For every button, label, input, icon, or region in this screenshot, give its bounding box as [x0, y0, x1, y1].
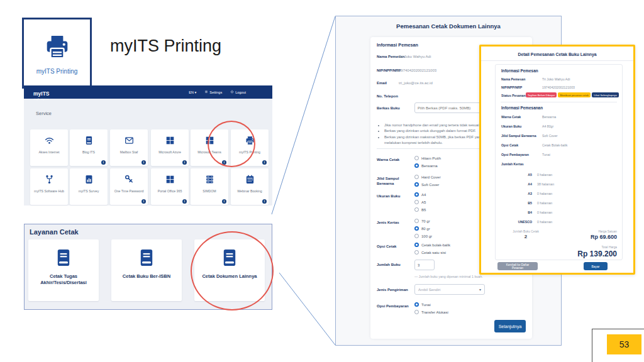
field-label: Jilid Sampul Berwarna: [501, 134, 536, 138]
card-cetak-tugas-akhir[interactable]: Cetak Tugas Akhir/Tesis/Disertasi: [28, 239, 99, 301]
form-title: Pemesanan Cetak Dokumen Lainnya: [336, 23, 561, 30]
paper-count: 0 halaman: [537, 201, 552, 205]
service-tile-myits-survey[interactable]: myITS Survey: [70, 168, 108, 205]
chevron-down-icon: ▾: [479, 287, 481, 292]
radio-berwarna[interactable]: Berwarna: [414, 163, 438, 168]
radio-icon[interactable]: [414, 207, 419, 212]
radio-transfer-alokasi[interactable]: Transfer Alokasi: [414, 310, 448, 314]
radio-bolak-balik[interactable]: Cetak bolak-balik: [414, 243, 450, 247]
berkas-buku-input[interactable]: [414, 102, 485, 113]
dashboard-header: myITS single sign-on EN ▾ Settings: [24, 85, 272, 99]
radio-70gr[interactable]: 70 gr: [414, 219, 430, 223]
field-value: Berwarna: [542, 115, 556, 119]
service-tile-microsoft-azure[interactable]: Microsoft Azure i: [151, 129, 189, 166]
field-label: Opsi Pembayaran: [501, 153, 529, 156]
status-badge: Membuat pesanan cetak: [558, 92, 591, 97]
radio-a4[interactable]: A4: [414, 192, 426, 197]
harga-satuan: Harga Satuan Rp 69.600: [554, 230, 617, 240]
bayar-button[interactable]: Bayar: [584, 262, 608, 270]
field-label: Ukuran Buku: [377, 194, 411, 199]
wifi-icon: [30, 135, 68, 146]
service-tile-one-time-password[interactable]: One Time Password i: [110, 168, 148, 205]
radio-icon[interactable]: [414, 156, 419, 160]
service-section-label: Service: [36, 111, 52, 116]
radio-icon[interactable]: [414, 219, 419, 223]
radio-b5[interactable]: B5: [414, 207, 426, 212]
service-tile-simdom[interactable]: SIMDOM i: [191, 168, 228, 205]
app-logo-label: myITS Printing: [36, 68, 78, 75]
field-label: Opsi Cetak: [501, 143, 518, 147]
radio-tunai[interactable]: Tunai: [414, 302, 431, 307]
info-badge[interactable]: i: [182, 160, 187, 165]
paper-size: A3: [502, 192, 532, 195]
logout-menu[interactable]: Logout: [230, 90, 246, 94]
jenis-pengiriman-select[interactable]: Ambil Sendiri ▾: [414, 284, 485, 295]
slide: myITS Printing myITS Printing myITS sing…: [0, 0, 644, 362]
radio-satu-sisi[interactable]: Cetak satu sisi: [414, 250, 446, 255]
paper-count: 0 halaman: [537, 192, 552, 195]
paper-count: 38 halaman: [537, 182, 554, 186]
paper-size: UNESCO: [502, 220, 532, 224]
service-tile-mailbox-staf[interactable]: Mailbox Staf i: [110, 129, 148, 166]
settings-menu[interactable]: Settings: [204, 90, 222, 94]
radio-a5[interactable]: A5: [414, 200, 426, 204]
radio-100gr[interactable]: 100 gr: [414, 234, 432, 238]
field-label: Berkas Buku: [377, 106, 411, 111]
info-badge[interactable]: i: [182, 199, 187, 204]
radio-hitam-putih[interactable]: Hitam Putih: [414, 156, 441, 160]
field-label: No. Telepon: [377, 94, 411, 99]
service-tile-akses-internet[interactable]: Akses Internet: [30, 129, 68, 166]
jumlah-buku-input[interactable]: [414, 260, 435, 270]
field-label: Jenis Pengiriman: [377, 288, 411, 293]
language-menu[interactable]: EN ▾: [189, 90, 196, 94]
service-tile-webinar-booking[interactable]: Webinar Booking i: [231, 168, 269, 205]
info-badge[interactable]: i: [142, 199, 146, 204]
radio-icon[interactable]: [414, 310, 419, 314]
info-badge[interactable]: i: [222, 199, 226, 204]
info-badge[interactable]: i: [262, 160, 267, 165]
field-label: Nama Pemesan: [501, 77, 525, 81]
field-label: Jumlah Buku: [377, 263, 411, 268]
radio-selected-icon[interactable]: [414, 302, 419, 307]
service-tile-myits-software-hub[interactable]: myITS Software Hub: [30, 168, 68, 205]
radio-selected-icon[interactable]: [414, 192, 419, 197]
radio-soft-cover[interactable]: Soft Cover: [414, 182, 439, 187]
radio-icon[interactable]: [414, 200, 419, 204]
detail-pemesanan-panel: Detail Pemesanan Cetak Buku Lainnya Info…: [479, 45, 635, 275]
book-icon: [70, 135, 108, 146]
field-label: Jenis Kertas: [377, 221, 411, 226]
key-icon: [110, 174, 148, 185]
radio-80gr[interactable]: 80 gr: [414, 226, 430, 231]
divider: [481, 60, 633, 61]
myits-logo[interactable]: myITS single sign-on: [33, 87, 50, 101]
section-informasi-pemesan: Informasi Pemesan: [501, 69, 538, 73]
field-label: Ukuran Buku: [501, 124, 521, 128]
highlight-circle-printing-tile: [208, 121, 255, 167]
status-badge-link[interactable]: Lihat Selengkapnya: [592, 92, 619, 97]
field-label: Jumlah Kertas: [501, 162, 524, 166]
calendar-icon: [231, 174, 269, 185]
windows-icon: [151, 135, 189, 146]
field-value: 197404202002121003: [542, 85, 575, 89]
radio-selected-icon[interactable]: [414, 226, 419, 231]
field-label: Opsi Cetak: [377, 244, 411, 250]
radio-icon[interactable]: [414, 250, 419, 255]
radio-selected-icon[interactable]: [414, 182, 419, 187]
radio-selected-icon[interactable]: [414, 163, 419, 168]
highlight-circle-dokumen-lainnya: [191, 231, 274, 310]
book-icon: [136, 247, 157, 268]
service-tile-portal-office-365[interactable]: Portal Office 365 i: [151, 168, 189, 205]
service-tile-blog-its[interactable]: Blog ITS i: [70, 129, 108, 166]
selanjutnya-button[interactable]: Selanjutnya: [494, 320, 526, 332]
info-badge[interactable]: i: [142, 160, 146, 165]
card-cetak-buku-ber-isbn[interactable]: Cetak Buku Ber-ISBN: [111, 239, 182, 301]
status-badges: Tagihan Belum Dibayar Membuat pesanan ce…: [526, 92, 619, 97]
kembali-button[interactable]: Kembali ke Daftar Pesanan: [497, 262, 538, 270]
info-badge[interactable]: i: [101, 160, 106, 165]
field-value: Tri Joko Wahyu Adi: [399, 55, 431, 58]
radio-hard-cover[interactable]: Hard Cover: [414, 175, 441, 179]
radio-icon[interactable]: [414, 175, 419, 179]
info-badge[interactable]: i: [262, 199, 267, 204]
radio-selected-icon[interactable]: [414, 243, 419, 247]
radio-icon[interactable]: [414, 234, 419, 238]
